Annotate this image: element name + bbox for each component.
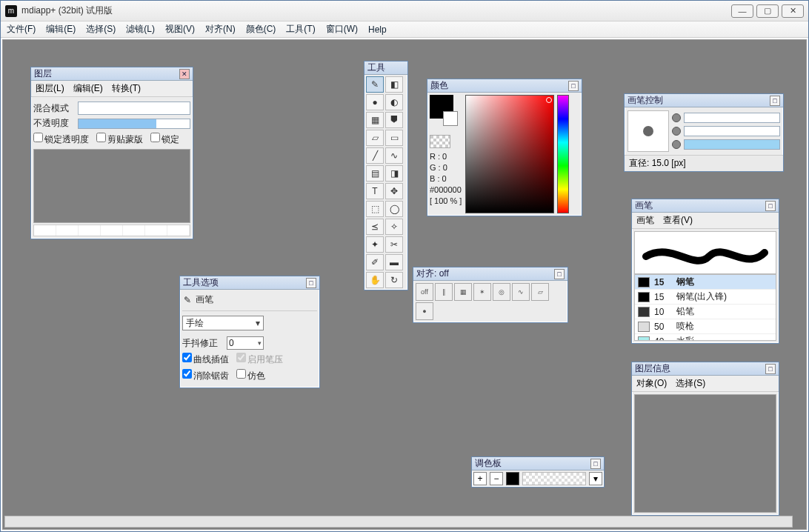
snap-perspective[interactable]: ▱ [531,283,549,301]
brush-density-track[interactable] [684,139,780,150]
menu-window[interactable]: 窗口(W) [326,23,358,36]
lock-opacity-checkbox[interactable]: 锁定透明度 [33,133,89,146]
tool-rect[interactable]: ▭ [385,130,403,146]
brush-menu-brush[interactable]: 画笔 [636,214,654,227]
snap-grid[interactable]: ▦ [454,283,472,301]
menu-filter[interactable]: 滤镜(L) [126,23,155,36]
pen-pressure-checkbox[interactable]: 启用笔压 [236,353,283,366]
palette-remove-button[interactable]: − [490,472,503,485]
tool-curve[interactable]: ∿ [385,147,403,164]
brush-opacity-knob[interactable] [672,127,681,136]
layer-info-collapse[interactable]: □ [765,364,776,374]
brush-panel-title: 画笔 [635,199,764,212]
tool-gradient2[interactable]: ◨ [385,165,403,182]
brush-size-track[interactable] [684,113,780,123]
snap-panel: 对齐: off □ off ∥ ▦ ✶ ◎ ∿ ▱ ● [413,267,568,323]
snap-curve[interactable]: ∿ [512,283,530,301]
dither-checkbox[interactable]: 仿色 [236,369,265,382]
tool-bucket[interactable]: ⛊ [385,112,403,128]
saturation-value-picker[interactable] [465,95,554,213]
tool-line[interactable]: ╱ [366,147,384,164]
tool-options-collapse[interactable]: □ [306,278,316,288]
opacity-slider[interactable] [78,119,190,129]
layers-menu-layer[interactable]: 图层(L) [36,82,64,95]
tool-lasso[interactable]: ⪯ [366,219,384,235]
draw-mode-select[interactable]: 手绘 [182,316,264,330]
tool-wand[interactable]: ✧ [385,219,403,235]
tool-rotate[interactable]: ↻ [385,272,403,288]
lock-checkbox[interactable]: 锁定 [150,133,179,146]
layers-panel-menu: 图层(L) 编辑(E) 转换(T) [31,81,193,97]
tool-gradient[interactable]: ▤ [366,165,384,182]
brush-item[interactable]: 15钢笔 [635,275,776,290]
brush-diameter-label: 直径: 15.0 [px] [625,155,783,171]
snap-panel-collapse[interactable]: □ [554,269,565,279]
tool-eraser[interactable]: ◧ [385,76,403,93]
transparent-swatch[interactable] [430,135,450,148]
brush-stroke-icon [642,238,768,267]
hand-correction-input[interactable]: 0 [227,336,264,350]
menu-view[interactable]: 视图(V) [165,23,195,36]
palette-add-button[interactable]: + [473,472,487,485]
color-panel-collapse[interactable]: □ [568,81,579,91]
snap-circle[interactable]: ● [416,302,433,320]
layer-info-menu-select[interactable]: 选择(S) [676,377,705,390]
menu-color[interactable]: 颜色(C) [246,23,276,36]
tools-panel: 工具 ✎ ◧ ● ◐ ▦ ⛊ ▱ ▭ ╱ ∿ ▤ ◨ T ✥ ⬚ [364,61,408,290]
tool-select-rect[interactable]: ⬚ [366,201,384,217]
layers-menu-edit[interactable]: 编辑(E) [73,82,103,95]
tool-move[interactable]: ✥ [385,183,403,199]
background-swatch[interactable] [443,111,458,126]
tool-dot[interactable]: ● [366,94,384,110]
brush-item[interactable]: 10铅笔 [635,305,776,319]
layers-menu-transform[interactable]: 转换(T) [112,82,141,95]
blend-mode-select[interactable] [78,102,190,115]
tool-shade[interactable]: ◐ [385,94,403,110]
menu-select[interactable]: 选择(S) [86,23,116,36]
brush-menu-view[interactable]: 查看(V) [663,214,693,227]
minimize-button[interactable]: ― [731,4,753,18]
brush-panel-collapse[interactable]: □ [765,201,776,211]
brush-size-knob[interactable] [672,113,681,122]
tool-shape[interactable]: ▱ [366,130,384,146]
snap-radial[interactable]: ✶ [473,283,491,301]
curve-interp-checkbox[interactable]: 曲线插值 [182,353,229,366]
maximize-button[interactable]: ▢ [756,4,779,18]
layer-list-area[interactable] [33,149,190,223]
clip-mask-checkbox[interactable]: 剪贴蒙版 [96,133,143,146]
tool-hand[interactable]: ✋ [366,272,384,288]
tool-select-ellipse[interactable]: ◯ [385,201,403,217]
snap-concentric[interactable]: ◎ [493,283,510,301]
layers-panel-close[interactable]: ✕ [179,69,190,79]
brush-item[interactable]: 50喷枪 [635,319,776,334]
antialias-checkbox[interactable]: 消除锯齿 [182,369,229,382]
brush-density-knob[interactable] [672,140,681,149]
brush-opacity-track[interactable] [684,126,780,136]
brush-item[interactable]: 40水彩 [635,334,776,341]
hue-slider[interactable] [557,95,569,213]
tool-knife[interactable]: ✂ [385,236,403,253]
brush-control-collapse[interactable]: □ [770,96,780,106]
menu-help[interactable]: Help [368,24,387,35]
tool-pen[interactable]: ✎ [366,76,384,93]
brush-item[interactable]: 15钢笔(出入锋) [635,290,776,305]
snap-parallel[interactable]: ∥ [435,283,453,301]
palette-track[interactable] [522,472,586,485]
menu-file[interactable]: 文件(F) [7,23,36,36]
tool-text[interactable]: T [366,183,384,199]
tool-ruler[interactable]: ▬ [385,254,403,270]
menu-edit[interactable]: 编辑(E) [46,23,76,36]
tool-eyedrop[interactable]: ✐ [366,254,384,270]
snap-off[interactable]: off [416,283,433,301]
tool-fill[interactable]: ▦ [366,112,384,128]
tool-effects[interactable]: ✦ [366,236,384,253]
menu-tools[interactable]: 工具(T) [286,23,315,36]
color-r-value: R : 0 [430,151,462,162]
menu-snap[interactable]: 对齐(N) [205,23,236,36]
palette-swatch[interactable] [506,472,519,485]
horizontal-scrollbar[interactable] [4,516,793,528]
palette-menu-button[interactable]: ▾ [589,472,602,485]
layer-info-menu-object[interactable]: 对象(O) [636,377,667,390]
close-button[interactable]: ✕ [782,4,804,18]
palette-panel-collapse[interactable]: □ [590,459,601,469]
